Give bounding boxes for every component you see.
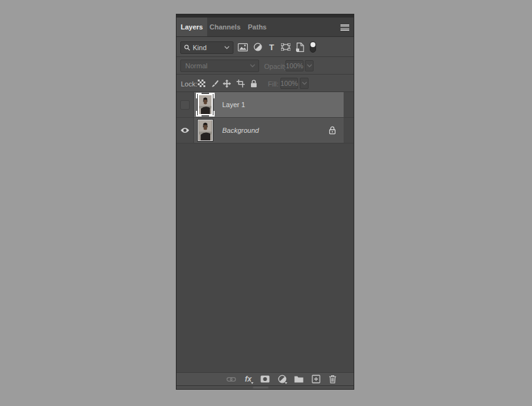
- blend-mode-value: Normal: [185, 62, 250, 70]
- layers-panel: Layers Channels Paths Kind T: [176, 14, 354, 390]
- selection-bracket-icon: [209, 93, 215, 98]
- panel-resize-strip[interactable]: [176, 385, 354, 389]
- pixel-layers-filter-icon[interactable]: [237, 37, 248, 57]
- lock-nesting-icon[interactable]: [235, 75, 245, 92]
- lock-all-icon[interactable]: [248, 75, 258, 92]
- search-icon: [184, 44, 190, 51]
- lock-image-pixels-icon[interactable]: [209, 75, 219, 92]
- opacity-input[interactable]: 100%: [285, 60, 304, 71]
- tab-paths-label: Paths: [248, 23, 267, 31]
- layer-row-layer1[interactable]: Layer 1: [176, 92, 354, 118]
- opacity-dropdown-button[interactable]: [305, 60, 314, 71]
- lock-label: Lock:: [181, 80, 197, 88]
- layer-filter-bar: Kind T: [176, 37, 354, 57]
- dropdown-arrow-icon: [251, 382, 253, 384]
- tab-channels[interactable]: Channels: [207, 18, 243, 36]
- smart-objects-filter-icon[interactable]: [294, 37, 305, 57]
- fill-value: 100%: [280, 80, 298, 87]
- selection-bracket-icon: [196, 111, 202, 117]
- fill-input[interactable]: 100%: [280, 78, 298, 89]
- new-layer-icon[interactable]: [311, 374, 320, 384]
- layer1-thumbnail[interactable]: [196, 92, 215, 117]
- filter-kind-label: Kind: [193, 44, 224, 51]
- visibility-toggle-layer1[interactable]: [176, 92, 194, 117]
- layer-name[interactable]: Background: [222, 127, 259, 134]
- eye-hidden-icon: [180, 100, 190, 110]
- link-layers-icon[interactable]: [227, 374, 236, 384]
- background-lock-badge[interactable]: [329, 126, 336, 135]
- blend-mode-bar: Normal Opacity: 100%: [176, 57, 354, 75]
- chevron-down-icon: [250, 64, 255, 68]
- lock-bar: Lock: Fill: 100%: [176, 75, 354, 92]
- lock-transparent-pixels-icon[interactable]: [197, 75, 207, 92]
- selection-bracket-icon: [209, 111, 215, 117]
- type-layers-filter-icon[interactable]: T: [266, 37, 277, 57]
- tab-layers-label: Layers: [181, 23, 203, 31]
- background-thumbnail[interactable]: [196, 118, 215, 143]
- lock-icon: [329, 126, 336, 135]
- layer-row-background[interactable]: Background: [176, 118, 354, 143]
- new-adjustment-layer-icon[interactable]: [277, 374, 287, 384]
- fill-dropdown-button[interactable]: [300, 78, 309, 89]
- adjustment-layers-filter-icon[interactable]: [252, 37, 263, 57]
- layer-name[interactable]: Layer 1: [222, 101, 245, 108]
- resize-grip-icon: [253, 387, 269, 388]
- blend-mode-select[interactable]: Normal: [180, 60, 259, 72]
- layer-style-icon[interactable]: fx: [243, 374, 253, 384]
- portrait-photo-thumbnail: [198, 120, 213, 141]
- panel-menu-icon[interactable]: [340, 24, 349, 31]
- delete-layer-icon[interactable]: [328, 374, 337, 384]
- selection-bracket-icon: [196, 93, 202, 98]
- shape-layers-filter-icon[interactable]: [280, 37, 291, 57]
- panel-bottom-bar: fx: [176, 372, 354, 385]
- add-layer-mask-icon[interactable]: [260, 374, 270, 384]
- tab-layers[interactable]: Layers: [176, 18, 207, 36]
- new-group-icon[interactable]: [294, 374, 304, 384]
- panel-tab-bar: Layers Channels Paths: [176, 18, 354, 37]
- dropdown-arrow-icon: [285, 382, 287, 384]
- chevron-down-icon: [224, 46, 230, 49]
- layer-filtering-toggle[interactable]: [307, 37, 319, 57]
- filter-kind-select[interactable]: Kind: [180, 41, 233, 54]
- tab-paths[interactable]: Paths: [243, 18, 272, 36]
- lock-position-icon[interactable]: [222, 75, 232, 92]
- fill-label: Fill:: [268, 80, 279, 88]
- layer-list: Layer 1: [176, 92, 354, 372]
- tab-channels-label: Channels: [210, 23, 241, 31]
- opacity-value: 100%: [285, 62, 303, 70]
- visibility-toggle-background[interactable]: [176, 118, 194, 143]
- eye-icon: [180, 127, 190, 133]
